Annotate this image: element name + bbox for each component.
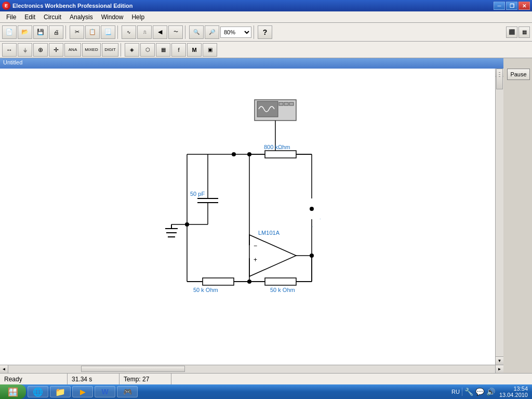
tb2-ground[interactable]: ⏚ [18, 43, 32, 57]
close-button[interactable]: ✕ [518, 2, 530, 10]
schematic-titlebar: Untitled [0, 58, 503, 69]
maximize-button[interactable]: ❐ [506, 2, 517, 10]
status-ready: Ready [0, 374, 68, 384]
hscroll-thumb[interactable] [81, 366, 185, 372]
title-bar: E Electronics Workbench Professional Edi… [0, 0, 532, 11]
print-button[interactable]: 🖨 [49, 25, 63, 39]
svg-text:+: + [254, 256, 257, 263]
wave2-button[interactable]: ⎍ [137, 25, 152, 39]
tb2-dig[interactable]: DIGIT [102, 43, 118, 57]
tb2-crosshair[interactable]: ⊕ [33, 43, 48, 57]
vscroll-down[interactable]: ▼ [496, 356, 503, 365]
tb2-mix[interactable]: MIXED [82, 43, 101, 57]
taskbar-icon3: 🔊 [486, 388, 495, 396]
vscroll-thumb[interactable] [496, 69, 503, 89]
hscroll-right[interactable]: ► [495, 365, 503, 374]
taskbar-icon1: 🔧 [464, 388, 473, 396]
taskbar-separator [462, 388, 462, 396]
zoom-select[interactable]: 50% 75% 80% 100% 125% 150% [220, 26, 251, 38]
start-button[interactable]: 🪟 [0, 384, 26, 399]
svg-marker-31 [249, 235, 296, 276]
taskbar-explorer[interactable]: 📁 [50, 386, 71, 397]
svg-text:50 k Ohm: 50 k Ohm [270, 287, 295, 293]
paste-button[interactable]: 📃 [101, 25, 115, 39]
copy-button[interactable]: 📋 [85, 25, 100, 39]
tb2-arrow[interactable]: ↔ [2, 43, 17, 57]
svg-rect-46 [265, 278, 296, 285]
tb2-f[interactable]: f [171, 43, 186, 57]
prev-button[interactable]: ◀ [153, 25, 167, 39]
svg-point-11 [232, 152, 236, 156]
separator1 [65, 25, 68, 39]
svg-text:50 k Ohm: 50 k Ohm [193, 287, 218, 293]
taskbar-language: RU [451, 389, 460, 395]
svg-rect-3 [284, 102, 288, 105]
separator3 [185, 25, 187, 39]
separator5 [121, 43, 123, 57]
separator4 [254, 25, 256, 39]
hscrollbar[interactable]: ◄ ► [0, 365, 503, 373]
svg-rect-28 [265, 151, 296, 158]
status-time: 31.34 s [68, 374, 119, 384]
taskbar-ewb[interactable]: 🎮 [117, 386, 138, 397]
main-area: Untitled [0, 58, 532, 373]
svg-text:50 pF: 50 pF [190, 191, 205, 197]
menu-window[interactable]: Window [97, 12, 128, 22]
status-temp: Temp: 27 [119, 374, 171, 384]
zoom-in-button[interactable]: 🔍 [189, 25, 204, 39]
wave1-button[interactable]: ∿ [122, 25, 136, 39]
tb2-m[interactable]: M [187, 43, 202, 57]
cut-button[interactable]: ✂ [70, 25, 84, 39]
taskbar: 🪟 🌐 📁 ▶ W 🎮 RU 🔧 💬 🔊 13:54 13.04.2010 [0, 384, 532, 399]
svg-rect-42 [203, 278, 234, 285]
menu-edit[interactable]: Edit [20, 12, 39, 22]
osc-btn1[interactable]: ⬛ [506, 26, 517, 38]
svg-text:LM101A: LM101A [258, 230, 280, 236]
clock: 13:54 13.04.2010 [497, 385, 530, 398]
svg-rect-1 [257, 101, 278, 117]
taskbar-word[interactable]: W [95, 386, 115, 397]
window-controls: ─ ❐ ✕ [494, 2, 530, 10]
tb2-btn2[interactable]: ⬡ [140, 43, 155, 57]
schematic-canvas[interactable]: 50 pF 800 kΩhm − [0, 69, 495, 365]
svg-text:.: . [320, 215, 321, 220]
new-button[interactable]: 📄 [2, 25, 17, 39]
svg-rect-2 [279, 102, 283, 105]
separator2 [117, 25, 119, 39]
hscroll-left[interactable]: ◄ [0, 365, 8, 374]
zoom-out-button[interactable]: 🔎 [205, 25, 219, 39]
hscroll-track[interactable] [8, 365, 495, 374]
toolbar1: 📄 📂 💾 🖨 ✂ 📋 📃 ∿ ⎍ ◀ 〜 🔍 🔎 50% 75% 80% 10… [0, 23, 532, 42]
menu-bar: File Edit Circuit Analysis Window Help [0, 11, 532, 23]
svg-text:800 kΩhm: 800 kΩhm [264, 144, 290, 150]
svg-text:.: . [312, 223, 313, 228]
menu-help[interactable]: Help [127, 12, 149, 22]
menu-file[interactable]: File [2, 12, 20, 22]
svg-point-14 [310, 207, 314, 211]
taskbar-media[interactable]: ▶ [72, 386, 93, 397]
tb2-ana[interactable]: ANA [64, 43, 81, 57]
svg-text:−: − [254, 242, 257, 249]
svg-rect-4 [289, 102, 294, 105]
tb2-btn3[interactable]: ▦ [156, 43, 170, 57]
tb2-monitor[interactable]: ▣ [203, 43, 217, 57]
next-button[interactable]: 〜 [168, 25, 183, 39]
osc-panel: ⬛ ▦ [506, 26, 530, 38]
vscrollbar[interactable]: ▲ ▼ [495, 69, 503, 365]
osc-btn2[interactable]: ▦ [518, 26, 530, 38]
menu-analysis[interactable]: Analysis [65, 12, 97, 22]
status-bar: Ready 31.34 s Temp: 27 [0, 373, 532, 384]
schematic-window: Untitled [0, 58, 503, 373]
tb2-component[interactable]: ✛ [49, 43, 63, 57]
menu-circuit[interactable]: Circuit [39, 12, 65, 22]
taskbar-icon2: 💬 [475, 388, 484, 396]
taskbar-ie[interactable]: 🌐 [28, 386, 48, 397]
save-button[interactable]: 💾 [33, 25, 48, 39]
tb2-btn1[interactable]: ◈ [125, 43, 139, 57]
taskbar-right: RU 🔧 💬 🔊 13:54 13.04.2010 [451, 385, 532, 398]
minimize-button[interactable]: ─ [494, 2, 505, 10]
open-button[interactable]: 📂 [18, 25, 32, 39]
circuit-diagram: 50 pF 800 kΩhm − [0, 69, 364, 339]
help-button[interactable]: ? [258, 25, 272, 39]
app-title: Electronics Workbench Professional Editi… [12, 3, 494, 9]
